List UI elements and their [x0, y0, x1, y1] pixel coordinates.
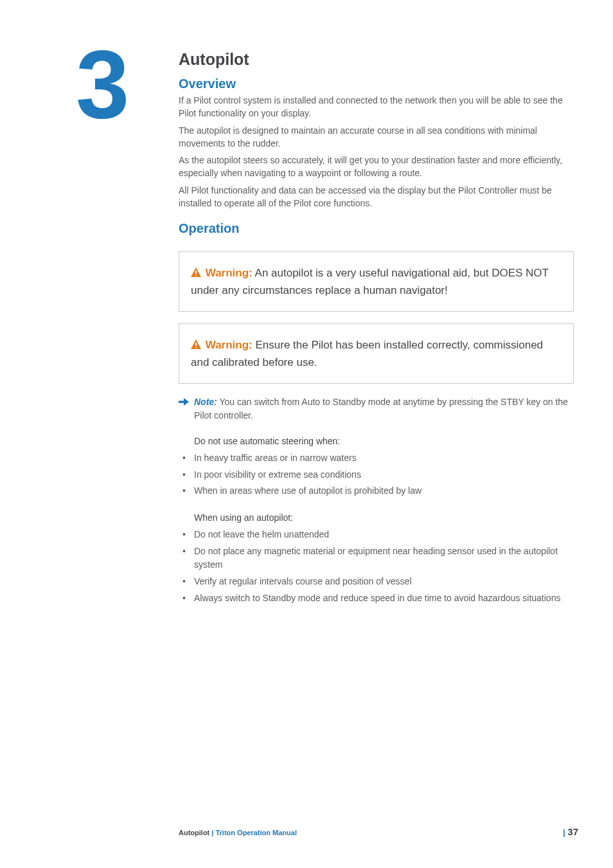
note-body: Note: You can switch from Auto to Standb…	[194, 395, 574, 422]
note-label: Note:	[194, 397, 217, 407]
list1: In heavy traffic areas or in narrow wate…	[179, 451, 574, 498]
overview-p2: The autopilot is designed to maintain an…	[179, 124, 574, 150]
warning-box-1: Warning: An autopilot is a very useful n…	[179, 251, 574, 312]
chapter-number: 3	[76, 36, 127, 132]
breadcrumb: Autopilot | Triton Operation Manual	[179, 829, 297, 836]
footer-section: Autopilot	[179, 829, 209, 836]
page: 3 Autopilot Overview If a Pilot control …	[0, 0, 613, 868]
svg-rect-2	[195, 343, 197, 346]
page-num: 37	[567, 826, 578, 837]
list-item: Do not place any magnetic material or eq…	[179, 545, 574, 572]
warning-1-text: Warning: An autopilot is a very useful n…	[191, 265, 562, 298]
warning-label: Warning:	[206, 267, 253, 279]
warning-icon	[191, 338, 201, 354]
list-item: Always switch to Standby mode and reduce…	[179, 592, 574, 606]
list-item: Do not leave the helm unattended	[179, 528, 574, 542]
note: Note: You can switch from Auto to Standb…	[179, 395, 574, 422]
list2-heading: When using an autopilot:	[194, 512, 574, 523]
overview-heading: Overview	[179, 77, 574, 91]
footer-manual: Triton Operation Manual	[215, 829, 297, 836]
overview-p1: If a Pilot control system is installed a…	[179, 94, 574, 120]
list2: Do not leave the helm unattended Do not …	[179, 528, 574, 605]
svg-rect-3	[195, 347, 197, 348]
warning-icon	[191, 266, 201, 282]
overview-p4: All Pilot functionality and data can be …	[179, 184, 574, 210]
page-number: | 37	[563, 826, 578, 837]
warning-label: Warning:	[206, 339, 253, 351]
content-column: Autopilot Overview If a Pilot control sy…	[179, 50, 574, 605]
overview-p3: As the autopilot steers so accurately, i…	[179, 154, 574, 180]
list1-heading: Do not use automatic steering when:	[194, 436, 574, 446]
warning-box-2: Warning: Ensure the Pilot has been insta…	[179, 323, 574, 384]
footer: Autopilot | Triton Operation Manual | 37	[179, 826, 578, 837]
arrow-right-icon	[179, 397, 189, 422]
warning-2-text: Warning: Ensure the Pilot has been insta…	[191, 337, 562, 370]
svg-rect-1	[195, 275, 197, 276]
list-item: In heavy traffic areas or in narrow wate…	[179, 451, 574, 466]
list-item: Verify at regular intervals course and p…	[179, 575, 574, 589]
operation-heading: Operation	[179, 221, 574, 236]
list-item: In poor visibility or extreme sea condit…	[179, 468, 574, 482]
note-text: You can switch from Auto to Standby mode…	[194, 397, 568, 420]
page-title: Autopilot	[179, 50, 574, 69]
list-item: When in areas where use of autopilot is …	[179, 484, 574, 498]
svg-rect-0	[195, 271, 197, 274]
